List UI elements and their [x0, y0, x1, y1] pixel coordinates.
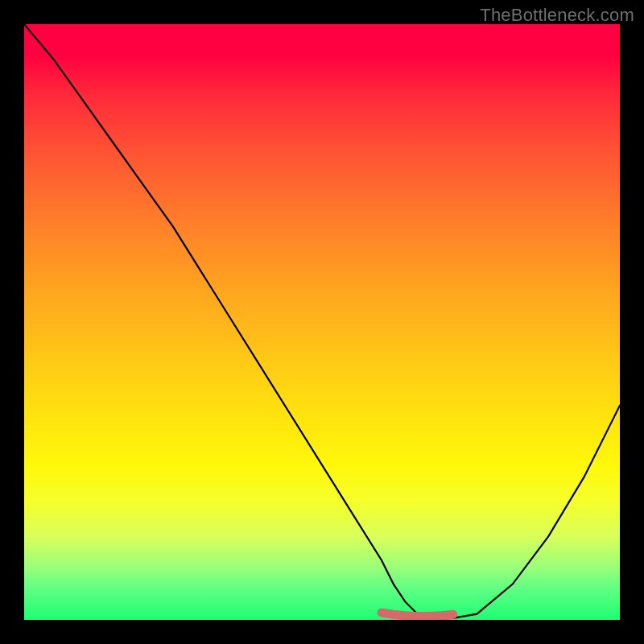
watermark-text: TheBottleneck.com	[480, 5, 634, 26]
chart-frame: TheBottleneck.com	[0, 0, 644, 644]
highlight-segment	[382, 613, 453, 617]
curve-layer	[24, 24, 620, 620]
bottleneck-curve	[24, 24, 620, 619]
plot-area	[24, 24, 620, 620]
